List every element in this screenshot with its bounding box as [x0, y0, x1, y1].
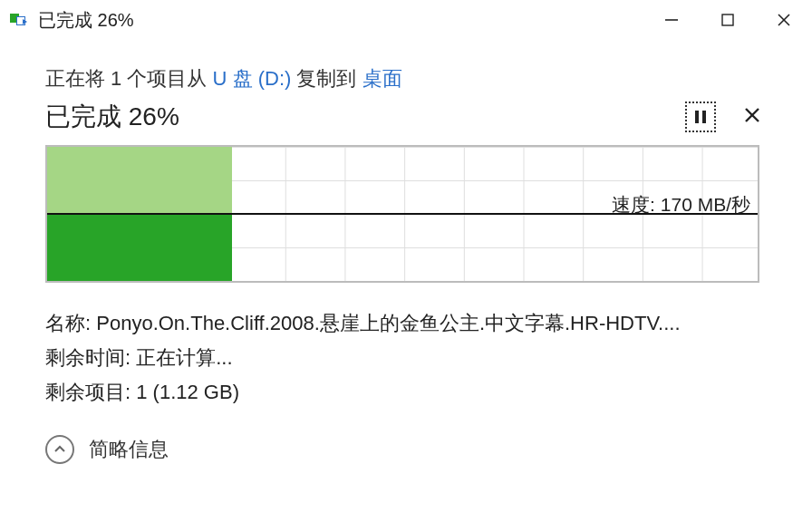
- detail-name: 名称: Ponyo.On.The.Cliff.2008.悬崖上的金鱼公主.中文字…: [45, 310, 767, 337]
- time-label: 剩余时间:: [45, 346, 130, 369]
- close-icon: [743, 106, 761, 124]
- copy-mid: 复制到: [291, 67, 362, 90]
- name-label: 名称:: [45, 312, 91, 334]
- collapse-button[interactable]: [45, 435, 74, 464]
- svg-rect-1: [722, 14, 733, 25]
- name-value: Ponyo.On.The.Cliff.2008.悬崖上的金鱼公主.中文字幕.HR…: [96, 312, 680, 334]
- dest-link[interactable]: 桌面: [362, 67, 402, 90]
- cancel-button[interactable]: [743, 104, 761, 130]
- copy-description: 正在将 1 个项目从 U 盘 (D:) 复制到 桌面: [45, 65, 767, 92]
- progress-title: 已完成 26%: [45, 100, 179, 134]
- speed-label: 速度: 170 MB/秒: [612, 192, 750, 218]
- window-controls: [643, 0, 812, 40]
- speed-value: 170 MB/秒: [661, 194, 750, 215]
- footer-label[interactable]: 简略信息: [89, 436, 169, 463]
- source-link[interactable]: U 盘 (D:): [213, 67, 292, 90]
- detail-time: 剩余时间: 正在计算...: [45, 344, 767, 372]
- pause-button[interactable]: [685, 102, 716, 132]
- detail-items: 剩余项目: 1 (1.12 GB): [45, 379, 767, 406]
- dialog-content: 正在将 1 个项目从 U 盘 (D:) 复制到 桌面 已完成 26% 速度: 1…: [0, 40, 812, 464]
- items-value: 1 (1.12 GB): [136, 381, 239, 403]
- time-value: 正在计算...: [136, 346, 232, 369]
- details: 名称: Ponyo.On.The.Cliff.2008.悬崖上的金鱼公主.中文字…: [45, 310, 767, 406]
- maximize-button[interactable]: [700, 0, 756, 40]
- close-button[interactable]: [756, 0, 812, 40]
- progress-header: 已完成 26%: [45, 100, 767, 134]
- minimize-button[interactable]: [643, 0, 700, 40]
- transfer-graph: 速度: 170 MB/秒: [45, 145, 759, 283]
- copy-prefix: 正在将 1 个项目从: [45, 67, 213, 90]
- window-title: 已完成 26%: [38, 8, 134, 33]
- items-label: 剩余项目:: [45, 381, 130, 403]
- footer: 简略信息: [45, 435, 767, 464]
- titlebar: 已完成 26%: [0, 0, 812, 40]
- copy-icon: [9, 13, 29, 27]
- graph-fill-lower: [47, 215, 232, 281]
- graph-fill-upper: [47, 147, 232, 213]
- pause-icon: [695, 111, 706, 123]
- chevron-up-icon: [53, 442, 67, 457]
- speed-label-text: 速度:: [612, 194, 655, 215]
